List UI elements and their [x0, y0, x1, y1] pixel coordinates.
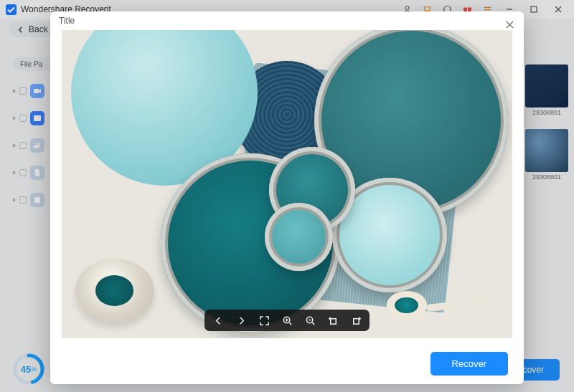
- modal-close-button[interactable]: [502, 17, 517, 32]
- rotate-right-button[interactable]: [349, 314, 362, 327]
- image-toolbar: [204, 310, 370, 331]
- svg-rect-20: [353, 318, 359, 324]
- svg-rect-19: [330, 318, 336, 324]
- fullscreen-button[interactable]: [258, 314, 270, 327]
- recover-button[interactable]: Recover: [430, 352, 508, 376]
- modal-footer: Recover: [50, 343, 524, 384]
- next-image-button[interactable]: [235, 314, 248, 327]
- preview-modal: Title: [50, 11, 524, 384]
- modal-title: Title: [59, 16, 75, 26]
- rotate-left-button[interactable]: [326, 314, 339, 327]
- prev-image-button[interactable]: [212, 314, 225, 327]
- zoom-out-button[interactable]: [304, 314, 316, 327]
- zoom-in-button[interactable]: [281, 314, 293, 327]
- preview-image: [62, 30, 512, 338]
- modal-overlay: Title: [0, 0, 574, 392]
